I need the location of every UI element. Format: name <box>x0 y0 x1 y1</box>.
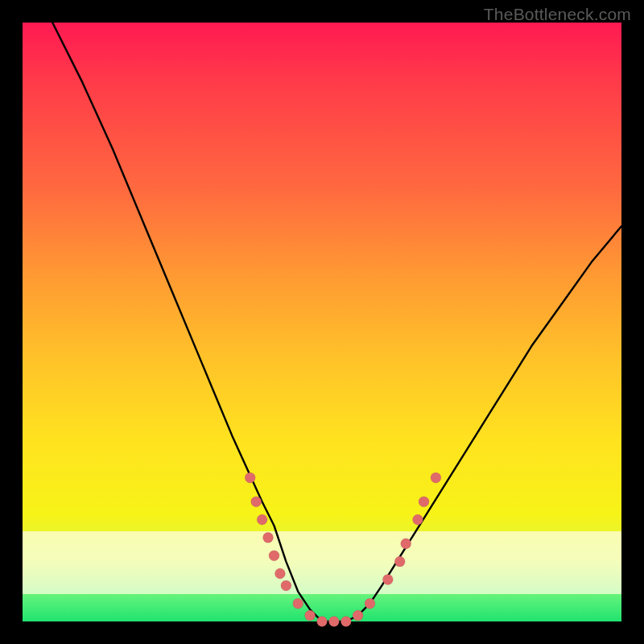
data-dot <box>275 568 285 579</box>
data-dot <box>263 532 274 543</box>
data-dot <box>419 497 429 507</box>
chart-overlay <box>23 23 621 621</box>
data-dot <box>365 598 375 609</box>
data-dot <box>269 551 279 561</box>
data-dot <box>394 556 405 567</box>
data-dot <box>305 610 316 621</box>
data-dot <box>341 617 351 627</box>
data-dot <box>317 617 328 627</box>
data-dot <box>401 539 411 549</box>
data-dot <box>413 514 423 525</box>
data-dot <box>328 617 339 627</box>
data-dot <box>281 580 291 591</box>
data-dot <box>251 497 262 507</box>
data-dot <box>382 574 393 584</box>
watermark-text: TheBottleneck.com <box>484 5 631 24</box>
data-dot <box>353 610 363 621</box>
data-dot <box>293 598 303 609</box>
data-dot <box>431 473 441 483</box>
dot-layer <box>245 473 441 627</box>
data-dot <box>257 514 267 525</box>
data-dot <box>245 473 255 483</box>
bottleneck-curve <box>52 23 621 621</box>
chart-frame: TheBottleneck.com <box>0 0 644 644</box>
